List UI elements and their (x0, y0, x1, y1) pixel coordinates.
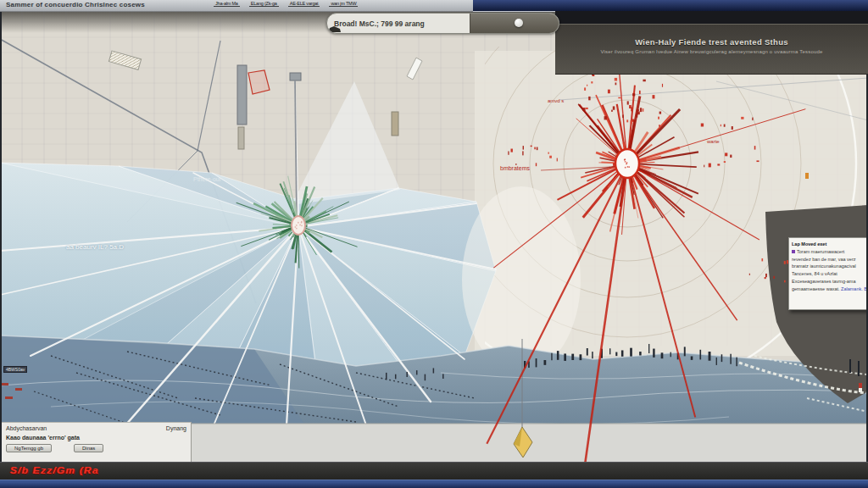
titlebar-right-fill (473, 0, 868, 12)
status-bar: S/b Ezz/Gm (Ra (0, 462, 868, 481)
banner-cap (555, 11, 868, 24)
map-label-place: Pthere-our (193, 176, 221, 182)
search-bar-handle (470, 14, 559, 33)
map-label-red-right: warte (707, 139, 720, 144)
notification-banner: Wien-Haly Fiende trest avented Sthus Vis… (555, 24, 868, 75)
panel-label-right: Dynang (166, 425, 186, 431)
info-line: Tancenes, 84 u vAzlat (792, 270, 868, 278)
bullet-icon (792, 250, 795, 253)
map-edge-chip: 4BWS0av (3, 366, 27, 373)
info-line: Toram maerumawacert (792, 248, 868, 256)
panel-status-text: Kaao daunaaa 'errno' gata (6, 435, 186, 441)
search-go-button[interactable] (515, 19, 523, 27)
coordinates-panel: Abdychasarvan Dynang Kaao daunaaa 'errno… (2, 422, 192, 462)
info-link[interactable]: Zalamank. B. (841, 286, 868, 291)
status-alert-text: S/b Ezz/Gm (Ra (10, 465, 99, 476)
window-title: Sammer of concuerdio Chrislnec cosews (6, 1, 145, 8)
map-canvas[interactable] (0, 11, 868, 462)
banner-subtitle: Viser ilvoureq Gruman Ivedue Ainew breuw… (555, 49, 868, 54)
map-label-red-left: bmbratems (500, 165, 530, 171)
panel-button-2[interactable]: Dinas (74, 444, 103, 452)
map-label-red-top: amvd s (548, 98, 564, 103)
search-bar[interactable]: Broad! MsC.; 799 99 arang (326, 13, 559, 34)
info-line: gemaameaesse waxat. Zalamank. B. (792, 286, 868, 293)
orange-marker (805, 173, 809, 179)
info-line: Lap Moved exet (792, 241, 868, 248)
menu-item-2[interactable]: ELang (Zk-ga (249, 1, 279, 7)
menu-item-3[interactable]: AE-ELE vargat (288, 1, 320, 7)
window-border-left (0, 11, 2, 480)
info-line: Exceseagaverases tavmg-ama (792, 278, 868, 286)
panel-button-1[interactable]: NgTemgg gb (6, 444, 52, 452)
info-line: bramatz iaumtcunakunagacival (792, 263, 868, 270)
info-tooltip-panel: Lap Moved exet Toram maerumawacert reven… (788, 237, 868, 310)
taskbar[interactable] (0, 480, 868, 488)
map-label-area: aa beaurv IL? 5a.D (66, 243, 124, 251)
info-line: revendez ban de mar, vaa verz (792, 256, 868, 263)
mast-top (290, 73, 301, 80)
banner-title: Wien-Haly Fiende trest avented Sthus (555, 37, 868, 47)
building-tan (392, 112, 398, 136)
search-input[interactable]: Broad! MsC.; 799 99 arang (334, 19, 425, 28)
titlebar: Sammer of concuerdio Chrislnec cosews Jh… (0, 0, 868, 12)
menu-item-4[interactable]: wan jm TMW (329, 1, 358, 7)
panel-label-left: Abdychasarvan (6, 425, 47, 431)
menu-bar: Jha-alm Ma ELang (Zk-ga AE-ELE vargat wa… (214, 1, 358, 7)
menu-item-1[interactable]: Jha-alm Ma (214, 1, 240, 7)
building-bar (237, 65, 247, 125)
building-small (238, 127, 244, 149)
app-window: Sammer of concuerdio Chrislnec cosews Jh… (0, 0, 868, 488)
